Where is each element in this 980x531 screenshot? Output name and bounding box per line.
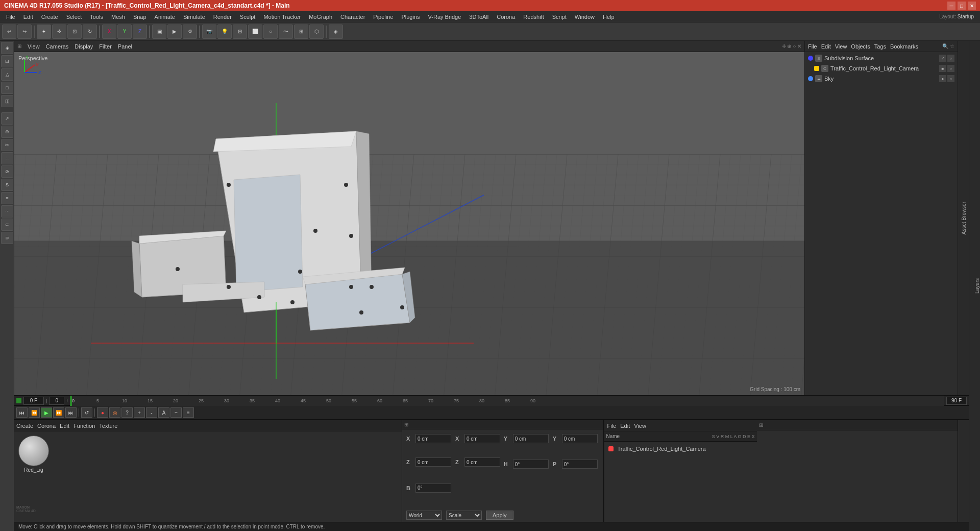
om2-menu-edit[interactable]: Edit <box>620 423 630 429</box>
timeline-btn[interactable]: ≡ <box>183 407 194 418</box>
left-mode-1[interactable]: ◈ <box>1 42 13 54</box>
coord-y-input[interactable] <box>513 434 549 443</box>
viewport-menu-view[interactable]: View <box>28 43 40 50</box>
axis-x-btn[interactable]: X <box>102 25 116 39</box>
asset-browser-tab[interactable]: Asset Browser <box>959 200 969 236</box>
current-frame-input[interactable] <box>23 397 44 405</box>
menu-render[interactable]: Render <box>209 13 236 21</box>
deformer-btn[interactable]: ⬡ <box>309 25 324 39</box>
menu-redshift[interactable]: Redshift <box>519 13 548 21</box>
menu-plugins[interactable]: Plugins <box>397 13 424 21</box>
size-p-input[interactable] <box>562 460 598 469</box>
rotate-btn[interactable]: ↻ <box>83 25 97 39</box>
obj-item-sky[interactable]: ☁ Sky ● ○ <box>806 74 957 84</box>
obj-cam-check-btn[interactable]: ■ <box>939 65 946 72</box>
axis-z-btn[interactable]: Z <box>133 25 147 39</box>
obj-sky-vis-btn[interactable]: ● <box>939 75 946 82</box>
menu-edit[interactable]: Edit <box>19 13 37 21</box>
menu-character[interactable]: Character <box>336 13 369 21</box>
mat-menu-texture[interactable]: Texture <box>99 423 117 429</box>
viewport-menu-cameras[interactable]: Cameras <box>46 43 69 50</box>
size-b-input[interactable] <box>415 484 451 493</box>
menu-script[interactable]: Script <box>548 13 571 21</box>
menu-mesh[interactable]: Mesh <box>107 13 129 21</box>
world-select[interactable]: World <box>406 511 442 520</box>
menu-snap[interactable]: Snap <box>129 13 151 21</box>
viewport-menu-filter[interactable]: Filter <box>99 43 111 50</box>
key-add-btn[interactable]: + <box>134 407 145 418</box>
menu-pipeline[interactable]: Pipeline <box>369 13 397 21</box>
next-frame-btn[interactable]: ⏩ <box>53 407 64 418</box>
menu-help[interactable]: Help <box>599 13 619 21</box>
om-menu-file[interactable]: File <box>808 43 817 50</box>
om2-menu-view[interactable]: View <box>634 423 646 429</box>
coord-z2-input[interactable] <box>464 457 500 467</box>
tag-btn[interactable]: ◈ <box>329 25 343 39</box>
om-menu-view[interactable]: View <box>835 43 847 50</box>
minimize-button[interactable]: ─ <box>947 2 955 10</box>
menu-window[interactable]: Window <box>571 13 599 21</box>
help-btn[interactable]: ? <box>121 407 133 418</box>
camera-btn[interactable]: 📷 <box>202 25 216 39</box>
coord-x2-input[interactable] <box>464 434 500 443</box>
loop-btn[interactable]: ↺ <box>81 407 92 418</box>
size-h-input[interactable] <box>513 460 549 469</box>
left-tool-2[interactable]: ⊕ <box>1 126 13 138</box>
menu-vray-bridge[interactable]: V-Ray Bridge <box>424 13 465 21</box>
select-btn[interactable]: + <box>37 25 51 39</box>
sphere-btn[interactable]: ○ <box>263 25 278 39</box>
maximize-button[interactable]: □ <box>958 2 966 10</box>
obj-item-subdivision[interactable]: S Subdivision Surface ✓ ○ <box>806 53 957 63</box>
prev-frame-btn[interactable]: ⏪ <box>29 407 40 418</box>
render-btn[interactable]: ▶ <box>167 25 182 39</box>
go-end-btn[interactable]: ⏭ <box>65 407 77 418</box>
close-button[interactable]: ✕ <box>968 2 976 10</box>
material-ball[interactable] <box>18 436 49 466</box>
spline-btn[interactable]: 〜 <box>279 25 293 39</box>
coord-z-input[interactable] <box>415 457 451 467</box>
floor-btn[interactable]: ⊟ <box>233 25 247 39</box>
redo-btn[interactable]: ↪ <box>17 25 32 39</box>
axis-y-btn[interactable]: Y <box>117 25 132 39</box>
left-tool-7[interactable]: ≡ <box>1 192 13 204</box>
key-del-btn[interactable]: - <box>146 407 157 418</box>
menu-create[interactable]: Create <box>37 13 62 21</box>
menu-simulate[interactable]: Simulate <box>179 13 209 21</box>
menu-animate[interactable]: Animate <box>151 13 179 21</box>
menu-3dtoall[interactable]: 3DToAll <box>465 13 493 21</box>
left-mode-5[interactable]: ◫ <box>1 95 13 107</box>
obj-vis-btn[interactable]: ○ <box>947 55 954 62</box>
left-mode-3[interactable]: △ <box>1 68 13 81</box>
motion-path-btn[interactable]: ~ <box>170 407 182 418</box>
light-btn[interactable]: 💡 <box>217 25 232 39</box>
menu-tools[interactable]: Tools <box>86 13 107 21</box>
obj-cam-vis-btn[interactable]: ○ <box>947 65 954 72</box>
mat-menu-edit[interactable]: Edit <box>60 423 69 429</box>
go-start-btn[interactable]: ⏮ <box>16 407 28 418</box>
record-pos-btn[interactable]: ◎ <box>109 407 120 418</box>
mat-menu-corona[interactable]: Corona <box>37 423 56 429</box>
menu-select[interactable]: Select <box>62 13 86 21</box>
left-tool-3[interactable]: ✂ <box>1 139 13 151</box>
frame-current-input2[interactable] <box>49 397 64 405</box>
menu-sculpt[interactable]: Sculpt <box>236 13 260 21</box>
scale-btn[interactable]: ⊡ <box>67 25 82 39</box>
viewport-menu-panel[interactable]: Panel <box>118 43 132 50</box>
left-tool-8[interactable]: ⋯ <box>1 205 13 218</box>
om2-menu-file[interactable]: File <box>607 423 617 429</box>
left-tool-10[interactable]: ⊃ <box>1 232 13 244</box>
left-mode-2[interactable]: ⊡ <box>1 55 13 67</box>
auto-key-btn[interactable]: A <box>158 407 169 418</box>
left-tool-6[interactable]: S <box>1 179 13 191</box>
play-btn[interactable]: ▶ <box>41 407 52 418</box>
record-btn[interactable]: ● <box>97 407 108 418</box>
render-region-btn[interactable]: ▣ <box>152 25 166 39</box>
coord-x-input[interactable] <box>415 434 451 443</box>
apply-button[interactable]: Apply <box>486 511 513 520</box>
viewport-3d[interactable]: Perspective Grid Spacing : 100 cm X Y Z <box>14 52 804 395</box>
render-settings-btn[interactable]: ⚙ <box>183 25 197 39</box>
left-tool-1[interactable]: ↗ <box>1 112 13 125</box>
left-mode-4[interactable]: □ <box>1 82 13 94</box>
viewport-menu-display[interactable]: Display <box>75 43 93 50</box>
scale-select[interactable]: Scale <box>446 511 482 520</box>
